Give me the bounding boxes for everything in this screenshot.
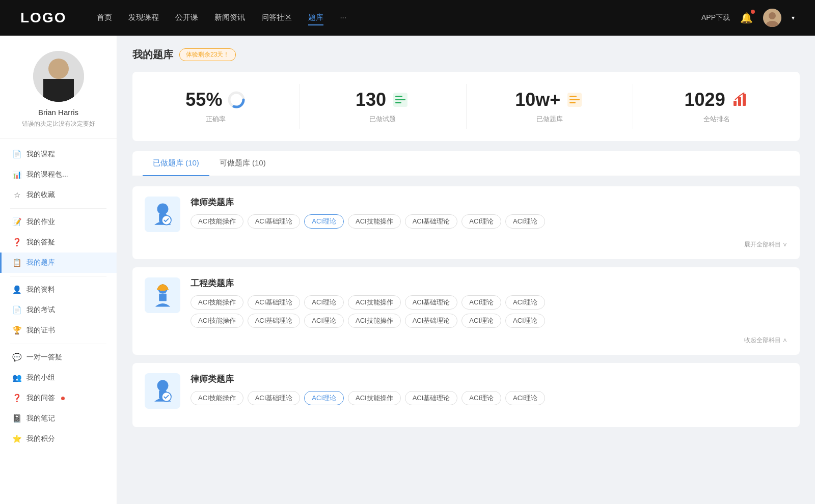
qbank-info: 律师类题库 ACI技能操作 ACI基础理论 ACI理论 ACI技能操作 ACI基… bbox=[191, 197, 787, 229]
tag-item[interactable]: ACI技能操作 bbox=[348, 391, 401, 405]
stat-done-banks: 10w+ 已做题库 bbox=[467, 84, 634, 129]
qbank-section-lawyer-1: 律师类题库 ACI技能操作 ACI基础理论 ACI理论 ACI技能操作 ACI基… bbox=[132, 186, 800, 259]
tag-item[interactable]: ACI理论 bbox=[505, 214, 545, 229]
data-icon: 👤 bbox=[12, 285, 21, 294]
user-dropdown-arrow[interactable]: ▾ bbox=[792, 14, 795, 21]
menu-my-exam[interactable]: 📄 我的考试 bbox=[0, 300, 117, 320]
tag-item[interactable]: ACI技能操作 bbox=[348, 295, 401, 310]
menu-label: 我的课程 bbox=[26, 150, 55, 159]
qbank-header: 工程类题库 ACI技能操作 ACI基础理论 ACI理论 ACI技能操作 ACI基… bbox=[145, 277, 787, 328]
menu-my-notes[interactable]: 📓 我的笔记 bbox=[0, 408, 117, 429]
menu-label: 我的资料 bbox=[26, 285, 55, 294]
tag-item[interactable]: ACI理论 bbox=[461, 295, 501, 310]
expand-link[interactable]: 展开全部科目 ∨ bbox=[744, 240, 787, 249]
header-right: APP下载 🔔 ▾ bbox=[701, 9, 795, 27]
notes-icon: 📓 bbox=[12, 414, 21, 423]
tag-item[interactable]: ACI基础理论 bbox=[405, 214, 458, 229]
app-download-button[interactable]: APP下载 bbox=[701, 13, 730, 22]
tag-item[interactable]: ACI理论 bbox=[304, 295, 344, 310]
sidebar: Brian Harris 错误的决定比没有决定要好 📄 我的课程 📊 我的课程包… bbox=[0, 36, 117, 504]
tab-done-banks[interactable]: 已做题库 (10) bbox=[143, 151, 209, 176]
tag-item-active[interactable]: ACI理论 bbox=[304, 214, 344, 229]
tag-item[interactable]: ACI理论 bbox=[505, 391, 545, 405]
nav-opencourse[interactable]: 公开课 bbox=[175, 11, 198, 25]
qbank-icon-lawyer bbox=[145, 197, 180, 232]
menu-my-cert[interactable]: 🏆 我的证书 bbox=[0, 320, 117, 341]
tag-item[interactable]: ACI基础理论 bbox=[248, 391, 301, 405]
tag-item[interactable]: ACI基础理论 bbox=[248, 214, 301, 229]
tag-item[interactable]: ACI技能操作 bbox=[191, 295, 243, 310]
menu-separator-1 bbox=[10, 208, 106, 209]
nav-qa[interactable]: 问答社区 bbox=[261, 11, 292, 25]
profile-motto: 错误的决定比没有决定要好 bbox=[10, 120, 106, 128]
stat-value: 1029 bbox=[685, 89, 725, 110]
menu-my-points[interactable]: ⭐ 我的积分 bbox=[0, 429, 117, 449]
qbank-info: 工程类题库 ACI技能操作 ACI基础理论 ACI理论 ACI技能操作 ACI基… bbox=[191, 277, 787, 328]
menu-question-bank[interactable]: 📋 我的题库 bbox=[0, 253, 117, 273]
group-icon: 👥 bbox=[12, 373, 21, 382]
answer-icon: ❓ bbox=[12, 394, 21, 403]
tag-item[interactable]: ACI技能操作 bbox=[348, 314, 401, 328]
tag-item-active[interactable]: ACI理论 bbox=[304, 391, 344, 405]
stat-top: 1029 bbox=[685, 89, 749, 110]
menu-label: 我的小组 bbox=[26, 373, 55, 382]
svg-rect-12 bbox=[395, 102, 401, 103]
tab-available-banks[interactable]: 可做题库 (10) bbox=[209, 151, 276, 176]
menu-homework[interactable]: 📝 我的作业 bbox=[0, 212, 117, 232]
tag-item[interactable]: ACI理论 bbox=[461, 214, 501, 229]
tag-item[interactable]: ACI理论 bbox=[461, 391, 501, 405]
tag-item[interactable]: ACI基础理论 bbox=[405, 391, 458, 405]
menu-my-course[interactable]: 📄 我的课程 bbox=[0, 144, 117, 164]
menu-course-package[interactable]: 📊 我的课程包... bbox=[0, 164, 117, 185]
stat-value: 130 bbox=[356, 89, 386, 110]
qa-icon: ❓ bbox=[12, 238, 21, 247]
menu-one-on-one[interactable]: 💬 一对一答疑 bbox=[0, 347, 117, 368]
tag-item[interactable]: ACI基础理论 bbox=[405, 314, 458, 328]
tag-item[interactable]: ACI理论 bbox=[505, 314, 545, 328]
course-package-icon: 📊 bbox=[12, 170, 21, 179]
svg-point-4 bbox=[48, 59, 69, 79]
tag-item[interactable]: ACI基础理论 bbox=[248, 314, 301, 328]
tag-item[interactable]: ACI理论 bbox=[505, 295, 545, 310]
section-footer: 展开全部科目 ∨ bbox=[145, 240, 787, 249]
tag-item[interactable]: ACI理论 bbox=[304, 314, 344, 328]
menu-label: 我的积分 bbox=[26, 434, 55, 443]
menu-qa-mine[interactable]: ❓ 我的答疑 bbox=[0, 232, 117, 253]
menu-my-answers[interactable]: ❓ 我的问答 bbox=[0, 388, 117, 408]
nav-more[interactable]: ··· bbox=[340, 11, 346, 25]
tabs-row: 已做题库 (10) 可做题库 (10) bbox=[132, 151, 800, 176]
menu-collection[interactable]: ☆ 我的收藏 bbox=[0, 185, 117, 205]
notification-bell[interactable]: 🔔 bbox=[740, 12, 753, 24]
logo[interactable]: LOGO bbox=[20, 10, 66, 26]
collapse-link[interactable]: 收起全部科目 ∧ bbox=[744, 336, 787, 345]
svg-point-21 bbox=[157, 203, 168, 214]
tag-item[interactable]: ACI技能操作 bbox=[348, 214, 401, 229]
stat-top: 55% bbox=[185, 89, 246, 110]
svg-rect-17 bbox=[734, 101, 737, 106]
profile-avatar bbox=[33, 51, 84, 102]
tag-item[interactable]: ACI技能操作 bbox=[191, 314, 243, 328]
menu-my-data[interactable]: 👤 我的资料 bbox=[0, 279, 117, 300]
qbank-title: 律师类题库 bbox=[191, 373, 787, 385]
tag-item[interactable]: ACI技能操作 bbox=[191, 391, 243, 405]
nav-discover[interactable]: 发现课程 bbox=[128, 11, 159, 25]
qbank-icon-lawyer-2 bbox=[145, 373, 180, 409]
nav-home[interactable]: 首页 bbox=[97, 11, 112, 25]
tag-item[interactable]: ACI基础理论 bbox=[248, 295, 301, 310]
qbank-title: 律师类题库 bbox=[191, 197, 787, 208]
nav-news[interactable]: 新闻资讯 bbox=[214, 11, 245, 25]
stat-top: 10w+ bbox=[515, 89, 584, 110]
svg-point-1 bbox=[769, 12, 776, 19]
svg-rect-15 bbox=[569, 99, 580, 100]
page-header: 我的题库 体验剩余23天！ bbox=[132, 48, 800, 62]
bar-chart-icon bbox=[730, 91, 749, 109]
header: LOGO 首页 发现课程 公开课 新闻资讯 问答社区 题库 ··· APP下载 … bbox=[0, 0, 815, 36]
tag-item[interactable]: ACI基础理论 bbox=[405, 295, 458, 310]
nav-questionbank[interactable]: 题库 bbox=[308, 11, 323, 25]
tag-item[interactable]: ACI技能操作 bbox=[191, 214, 243, 229]
avatar[interactable] bbox=[763, 9, 781, 27]
tags-row-2: ACI技能操作 ACI基础理论 ACI理论 ACI技能操作 ACI基础理论 AC… bbox=[191, 314, 787, 328]
menu-my-group[interactable]: 👥 我的小组 bbox=[0, 368, 117, 388]
tag-item[interactable]: ACI理论 bbox=[461, 314, 501, 328]
menu-label: 我的题库 bbox=[26, 258, 55, 267]
